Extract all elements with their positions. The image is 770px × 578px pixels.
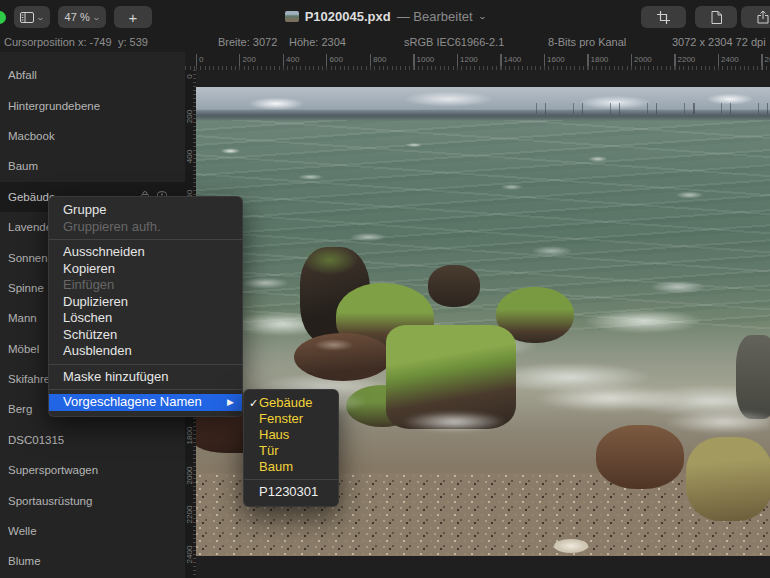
submenu-item-label: Fenster bbox=[259, 411, 303, 427]
menu-item-label: Vorgeschlagene Namen bbox=[63, 394, 227, 411]
menu-item-ausblenden[interactable]: Ausblenden bbox=[49, 343, 242, 360]
menu-item-gruppe[interactable]: Gruppe bbox=[49, 202, 242, 219]
layer-row[interactable]: Baum bbox=[0, 151, 185, 181]
ruler-label: 800 bbox=[373, 55, 386, 64]
photo-rock-shine bbox=[314, 339, 354, 351]
checkmark-icon: ✓ bbox=[244, 395, 259, 411]
layer-name: Abfall bbox=[8, 69, 37, 81]
crop-button[interactable] bbox=[641, 6, 686, 28]
menu-item-label: Einfügen bbox=[63, 277, 114, 292]
layer-row[interactable]: Macbook bbox=[0, 121, 185, 151]
layer-row[interactable]: Supersportwagen bbox=[0, 455, 185, 485]
new-document-button[interactable] bbox=[695, 6, 737, 28]
document-title: P1020045.pxd bbox=[305, 9, 391, 24]
chevron-down-icon: ⌄ bbox=[36, 13, 45, 22]
ruler-label: 1800 bbox=[591, 55, 609, 64]
menu-item-l-schen[interactable]: Löschen bbox=[49, 310, 242, 327]
chevron-down-icon[interactable]: ⌄ bbox=[477, 12, 486, 21]
layer-name: Spinne bbox=[8, 282, 44, 294]
menu-item-vorgeschlagene-namen[interactable]: Vorgeschlagene Namen▶ bbox=[49, 394, 242, 411]
layer-row[interactable]: Sportausrüstung bbox=[0, 485, 185, 515]
menu-item-gruppieren-aufh-: Gruppieren aufh. bbox=[49, 219, 242, 236]
photo-shell bbox=[554, 539, 588, 553]
ruler-label: 1400 bbox=[504, 55, 522, 64]
ruler-label: 2400 bbox=[721, 55, 739, 64]
crop-icon bbox=[657, 11, 670, 24]
toolbar: ⌄ 47 % ⌄ + P1020045.pxd — Bearbeitet ⌄ bbox=[0, 0, 770, 33]
layer-name: Hintergrundebene bbox=[8, 100, 100, 112]
menu-separator bbox=[244, 479, 338, 480]
share-button[interactable] bbox=[741, 6, 770, 28]
share-icon bbox=[757, 10, 769, 24]
menu-separator bbox=[49, 364, 242, 365]
submenu-arrow-icon: ▶ bbox=[227, 394, 242, 411]
ruler-label: 1600 bbox=[547, 55, 565, 64]
pixelmator-window: 0200400600800100012001400160018002000220… bbox=[0, 0, 770, 578]
layer-name: Sportausrüstung bbox=[8, 495, 92, 507]
ruler-label: 0 bbox=[185, 62, 194, 92]
layer-name: Möbel bbox=[8, 343, 39, 355]
submenu-item-footer[interactable]: P1230301 bbox=[244, 484, 338, 500]
zoom-level-button[interactable]: 47 % ⌄ bbox=[58, 6, 106, 28]
menu-item-kopieren[interactable]: Kopieren bbox=[49, 261, 242, 278]
submenu-item-haus[interactable]: Haus bbox=[244, 427, 338, 443]
ruler-label: 200 bbox=[243, 55, 256, 64]
ruler-label: 2200 bbox=[678, 55, 696, 64]
zoom-level-value: 47 % bbox=[65, 11, 90, 23]
submenu-item-label: Tür bbox=[259, 443, 279, 459]
menu-item-ausschneiden[interactable]: Ausschneiden bbox=[49, 244, 242, 261]
layer-row[interactable]: Blume bbox=[0, 546, 185, 576]
menu-item-maske-hinzuf-gen[interactable]: Maske hinzufügen bbox=[49, 369, 242, 386]
menu-item-label: Ausschneiden bbox=[63, 244, 145, 259]
layer-name: Baum bbox=[8, 160, 38, 172]
sidebar-toggle-button[interactable]: ⌄ bbox=[14, 6, 50, 28]
ruler-label: 600 bbox=[330, 55, 343, 64]
suggested-names-submenu: ✓GebäudeFensterHausTürBaumP1230301 bbox=[243, 389, 339, 507]
layer-name: Skifahre bbox=[8, 373, 50, 385]
layer-row[interactable]: Welle bbox=[0, 516, 185, 546]
ruler-label: 2000 bbox=[185, 460, 194, 490]
menu-item-sch-tzen[interactable]: Schützen bbox=[49, 327, 242, 344]
layer-row[interactable]: DSC01315 bbox=[0, 425, 185, 455]
color-profile: sRGB IEC61966-2.1 bbox=[404, 36, 504, 48]
submenu-item-fenster[interactable]: Fenster bbox=[244, 411, 338, 427]
menu-item-label: Kopieren bbox=[63, 261, 115, 276]
layer-name: DSC01315 bbox=[8, 434, 64, 446]
menu-item-duplizieren[interactable]: Duplizieren bbox=[49, 294, 242, 311]
layer-row[interactable]: Abfall bbox=[0, 60, 185, 90]
ruler-label: 0 bbox=[199, 55, 203, 64]
plus-icon: + bbox=[129, 9, 138, 26]
ruler-label: 2400 bbox=[185, 540, 194, 570]
ruler-label: 1200 bbox=[460, 55, 478, 64]
menu-item-label: Löschen bbox=[63, 310, 112, 325]
menu-item-label: Ausblenden bbox=[63, 343, 132, 358]
submenu-footer-label: P1230301 bbox=[259, 484, 318, 500]
submenu-item-baum[interactable]: Baum bbox=[244, 459, 338, 475]
ruler-label: 2200 bbox=[185, 500, 194, 530]
menu-item-label: Duplizieren bbox=[63, 294, 128, 309]
submenu-item-label: Baum bbox=[259, 459, 293, 475]
menu-item-einf-gen: Einfügen bbox=[49, 277, 242, 294]
menu-separator bbox=[49, 239, 242, 240]
layer-name: Mann bbox=[8, 312, 37, 324]
ruler-label: 400 bbox=[185, 141, 194, 171]
cursor-position: Cursorposition x: -749 bbox=[4, 36, 112, 48]
ruler-label: 200 bbox=[185, 101, 194, 131]
menu-item-label: Schützen bbox=[63, 327, 117, 342]
layer-context-menu: GruppeGruppieren aufh.AusschneidenKopier… bbox=[48, 196, 243, 417]
image-width: Breite: 3072 bbox=[218, 36, 277, 48]
layer-row[interactable]: Hintergrundebene bbox=[0, 90, 185, 120]
bit-depth: 8-Bits pro Kanal bbox=[548, 36, 626, 48]
photo-rock bbox=[428, 265, 480, 307]
submenu-item-geb-ude[interactable]: ✓Gebäude bbox=[244, 395, 338, 411]
photo-rock bbox=[596, 425, 684, 489]
ruler-minor-ticks bbox=[185, 66, 770, 70]
checkmark-spacer bbox=[244, 484, 259, 500]
add-button[interactable]: + bbox=[114, 6, 152, 28]
image-dimensions: 3072 x 2304 72 dpi bbox=[672, 36, 766, 48]
traffic-light-green[interactable] bbox=[0, 11, 6, 24]
cursor-position-y: y: 539 bbox=[118, 36, 148, 48]
document-status: — Bearbeitet bbox=[397, 9, 473, 24]
submenu-item-t-r[interactable]: Tür bbox=[244, 443, 338, 459]
horizontal-ruler: 0200400600800100012001400160018002000220… bbox=[185, 52, 770, 70]
